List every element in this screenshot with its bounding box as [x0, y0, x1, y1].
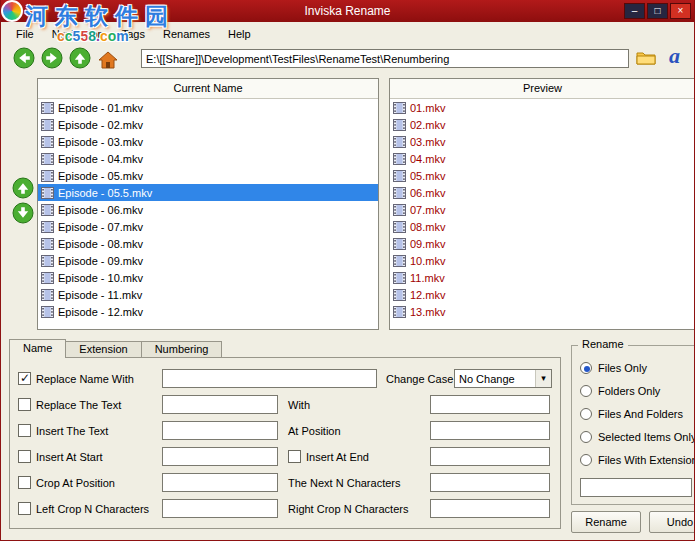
preview-header[interactable]: Preview	[390, 79, 695, 99]
radio-button-icon[interactable]	[580, 454, 592, 466]
current-name-list: Current Name Episode - 01.mkvEpisode - 0…	[37, 78, 379, 330]
radio-files-with-extensions[interactable]: Files With Extensions	[572, 448, 695, 471]
font-settings-icon[interactable]: a	[669, 45, 680, 67]
crop-length-input[interactable]	[430, 473, 550, 492]
tab-numbering[interactable]: Numbering	[141, 341, 223, 357]
change-case-select[interactable]: No Change ▾	[454, 369, 552, 388]
file-row[interactable]: Episode - 10.mkv	[38, 269, 378, 286]
replace-name-with-input[interactable]	[162, 369, 377, 388]
crop-position-input[interactable]	[162, 473, 278, 492]
file-row[interactable]: Episode - 05.5.mkv	[38, 184, 378, 201]
file-name: 01.mkv	[410, 102, 445, 114]
insert-the-text-checkbox[interactable]	[18, 424, 31, 437]
tab-extension[interactable]: Extension	[65, 341, 141, 357]
insert-at-start-input[interactable]	[162, 447, 278, 466]
file-row[interactable]: 10.mkv	[390, 252, 695, 269]
name-tab-panel: Replace Name With Change Case No Change …	[9, 357, 561, 529]
film-icon	[41, 119, 54, 131]
menu-item-help[interactable]: Help	[219, 25, 260, 43]
file-row[interactable]: Episode - 01.mkv	[38, 99, 378, 116]
insert-at-start-checkbox[interactable]	[18, 450, 31, 463]
file-name: 04.mkv	[410, 153, 445, 165]
menu-item-file[interactable]: File	[7, 25, 43, 43]
file-row[interactable]: 06.mkv	[390, 184, 695, 201]
file-row[interactable]: 01.mkv	[390, 99, 695, 116]
file-row[interactable]: Episode - 09.mkv	[38, 252, 378, 269]
file-row[interactable]: Episode - 11.mkv	[38, 286, 378, 303]
file-row[interactable]: 04.mkv	[390, 150, 695, 167]
radio-button-icon[interactable]	[580, 431, 592, 443]
menu-item-tags[interactable]: Tags	[113, 25, 154, 43]
file-row[interactable]: 05.mkv	[390, 167, 695, 184]
menu-bar: FileNavigationTagsRenamesHelp	[1, 22, 694, 45]
left-crop-input[interactable]	[162, 499, 278, 518]
file-name: Episode - 03.mkv	[58, 136, 143, 148]
file-row[interactable]: Episode - 04.mkv	[38, 150, 378, 167]
radio-folders-only[interactable]: Folders Only	[572, 379, 695, 402]
extensions-filter-input[interactable]	[580, 478, 692, 497]
crop-at-position-checkbox[interactable]	[18, 476, 31, 489]
insert-position-input[interactable]	[430, 421, 550, 440]
replace-text-with-input[interactable]	[430, 395, 550, 414]
back-icon[interactable]	[13, 47, 35, 69]
radio-files-only[interactable]: Files Only	[572, 356, 695, 379]
radio-selected-items-only[interactable]: Selected Items Only	[572, 425, 695, 448]
file-name: Episode - 11.mkv	[58, 289, 142, 301]
current-name-header[interactable]: Current Name	[38, 79, 378, 99]
file-row[interactable]: 09.mkv	[390, 235, 695, 252]
file-row[interactable]: 12.mkv	[390, 286, 695, 303]
film-icon	[393, 204, 406, 216]
close-button[interactable]: ×	[670, 3, 691, 19]
insert-at-end-checkbox[interactable]	[288, 450, 301, 463]
insert-at-end-label: Insert At End	[306, 451, 369, 463]
file-name: Episode - 07.mkv	[58, 221, 143, 233]
move-down-icon[interactable]	[12, 202, 34, 224]
replace-text-search-input[interactable]	[162, 395, 278, 414]
file-name: 09.mkv	[410, 238, 445, 250]
radio-files-and-folders[interactable]: Files And Folders	[572, 402, 695, 425]
forward-icon[interactable]	[41, 47, 63, 69]
file-row[interactable]: 11.mkv	[390, 269, 695, 286]
menu-item-navigation[interactable]: Navigation	[43, 25, 113, 43]
file-row[interactable]: Episode - 08.mkv	[38, 235, 378, 252]
maximize-button[interactable]: □	[647, 3, 668, 19]
address-bar-input[interactable]	[141, 49, 629, 68]
file-row[interactable]: Episode - 02.mkv	[38, 116, 378, 133]
open-folder-icon[interactable]	[636, 50, 656, 66]
move-up-icon[interactable]	[12, 177, 34, 199]
up-directory-icon[interactable]	[69, 47, 91, 69]
file-row[interactable]: Episode - 06.mkv	[38, 201, 378, 218]
rename-button[interactable]: Rename	[571, 511, 641, 533]
window-title: Inviska Rename	[1, 4, 694, 18]
right-crop-input[interactable]	[430, 499, 550, 518]
file-row[interactable]: 08.mkv	[390, 218, 695, 235]
insert-at-start-label: Insert At Start	[36, 451, 103, 463]
radio-button-icon[interactable]	[580, 385, 592, 397]
file-row[interactable]: Episode - 12.mkv	[38, 303, 378, 320]
replace-name-with-checkbox[interactable]	[18, 372, 31, 385]
file-row[interactable]: 07.mkv	[390, 201, 695, 218]
file-row[interactable]: Episode - 07.mkv	[38, 218, 378, 235]
file-name: 11.mkv	[410, 272, 445, 284]
file-row[interactable]: 13.mkv	[390, 303, 695, 320]
insert-text-input[interactable]	[162, 421, 278, 440]
file-row[interactable]: Episode - 05.mkv	[38, 167, 378, 184]
file-name: Episode - 10.mkv	[58, 272, 143, 284]
left-crop-checkbox[interactable]	[18, 502, 31, 515]
radio-button-icon[interactable]	[580, 362, 592, 374]
file-row[interactable]: 02.mkv	[390, 116, 695, 133]
change-case-label: Change Case	[386, 373, 453, 385]
tab-name[interactable]: Name	[9, 339, 66, 358]
undo-button[interactable]: Undo	[649, 511, 695, 533]
radio-button-icon[interactable]	[580, 408, 592, 420]
insert-at-end-input[interactable]	[430, 447, 550, 466]
crop-at-position-label: Crop At Position	[36, 477, 115, 489]
file-row[interactable]: 03.mkv	[390, 133, 695, 150]
file-row[interactable]: Episode - 03.mkv	[38, 133, 378, 150]
next-n-characters-label: The Next N Characters	[288, 477, 400, 489]
replace-the-text-checkbox[interactable]	[18, 398, 31, 411]
minimize-button[interactable]: –	[624, 3, 645, 19]
menu-item-renames[interactable]: Renames	[154, 25, 219, 43]
home-icon[interactable]	[97, 49, 119, 71]
window-controls: – □ ×	[624, 3, 691, 19]
